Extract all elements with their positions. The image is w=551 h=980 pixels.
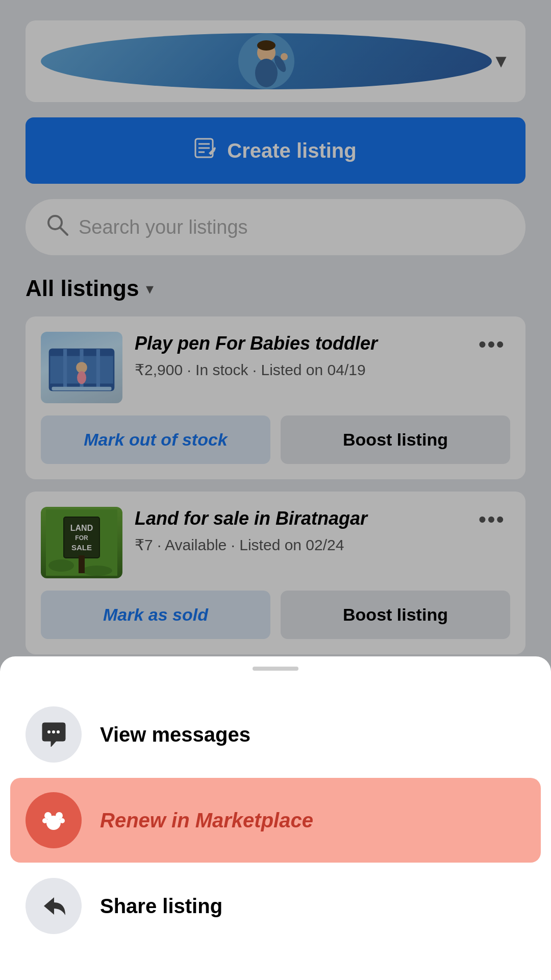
- svg-point-31: [57, 730, 60, 733]
- share-listing-item[interactable]: Share listing: [26, 863, 525, 949]
- svg-point-35: [42, 818, 47, 823]
- svg-point-33: [44, 812, 52, 819]
- svg-point-30: [52, 730, 55, 733]
- view-messages-item[interactable]: View messages: [26, 691, 525, 778]
- renew-marketplace-label: Renew in Marketplace: [100, 809, 313, 832]
- sheet-handle: [253, 667, 298, 671]
- view-messages-label: View messages: [100, 723, 251, 746]
- renew-icon-container: [26, 792, 82, 848]
- svg-point-34: [56, 812, 63, 819]
- share-listing-label: Share listing: [100, 895, 222, 918]
- svg-point-36: [60, 818, 65, 823]
- share-icon-container: [26, 878, 82, 934]
- svg-point-29: [47, 730, 51, 733]
- renew-marketplace-item[interactable]: Renew in Marketplace: [10, 778, 541, 863]
- view-messages-icon-container: [26, 706, 82, 763]
- bottom-sheet: View messages Renew in Marketplace Share…: [0, 656, 551, 980]
